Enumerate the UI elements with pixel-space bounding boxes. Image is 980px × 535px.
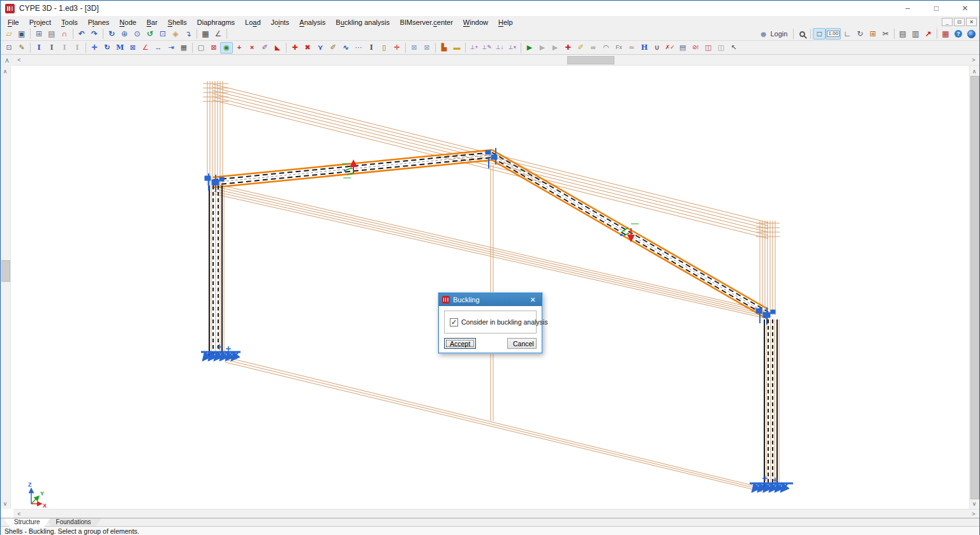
- menu-window[interactable]: Window: [458, 18, 493, 27]
- orbit-button[interactable]: ↻: [105, 28, 118, 40]
- node-new-button[interactable]: +: [233, 42, 246, 54]
- grid-settings-button[interactable]: ⊞: [866, 28, 879, 40]
- help-button[interactable]: ?: [952, 28, 965, 40]
- node-snap-button[interactable]: ✛: [390, 42, 403, 54]
- print-preview-button[interactable]: ▥: [909, 28, 922, 40]
- menu-buckling-analysis[interactable]: Buckling analysis: [330, 18, 394, 27]
- mdi-restore-icon[interactable]: ⊡: [954, 18, 965, 26]
- left-support[interactable]: [201, 344, 241, 360]
- left-scrollbar-thumb[interactable]: [1, 260, 10, 282]
- grid-button[interactable]: ▦: [177, 42, 190, 54]
- vertical-rotate-scrollbar-left[interactable]: ∧ ∨: [1, 66, 11, 509]
- minimize-icon[interactable]: –: [893, 1, 922, 17]
- catenary-button[interactable]: ∪: [651, 42, 664, 54]
- login-button[interactable]: ☻ Login: [755, 29, 792, 39]
- accept-button[interactable]: Accept: [444, 338, 476, 349]
- horizontal-rotate-scrollbar-top[interactable]: < >: [13, 55, 979, 66]
- menu-analysis[interactable]: Analysis: [294, 18, 330, 27]
- frame-gray-button[interactable]: ◫: [715, 42, 727, 54]
- support-delete-button[interactable]: ⊥×: [506, 42, 519, 54]
- vertical-scrollbar-right[interactable]: ∧ ∨: [969, 66, 979, 509]
- right-support[interactable]: [750, 476, 793, 492]
- dialog-close-icon[interactable]: ✕: [527, 296, 538, 304]
- zoom-extents-button[interactable]: ⊕: [118, 28, 131, 40]
- open-button[interactable]: ▱: [3, 28, 15, 40]
- scroll-up-icon[interactable]: ∧: [1, 67, 10, 76]
- arc-guide-button[interactable]: ◠: [600, 42, 612, 54]
- node-delete-button[interactable]: ×: [246, 42, 258, 54]
- bar-edit-button[interactable]: ✐: [327, 42, 339, 54]
- right-scrollbar-thumb[interactable]: [970, 76, 979, 499]
- machinery-button[interactable]: ▙: [438, 42, 450, 54]
- shell-frame-2-button[interactable]: ⊠: [420, 42, 433, 54]
- tie-disabled-2-button[interactable]: ▶: [549, 42, 561, 54]
- menu-planes[interactable]: Planes: [83, 18, 115, 27]
- report-list-button[interactable]: ▤: [676, 42, 689, 54]
- measure-button[interactable]: 1.00: [826, 28, 841, 40]
- column-edit-button[interactable]: ▯: [378, 42, 390, 54]
- consider-buckling-checkbox[interactable]: ✓: [450, 318, 458, 326]
- viewport-axis-button[interactable]: ⋏: [1, 55, 13, 66]
- dimension-edit-button[interactable]: ⇥: [165, 42, 177, 54]
- resources-button[interactable]: ▦: [939, 28, 952, 40]
- dialog-title-bar[interactable]: Buckling ✕: [439, 293, 542, 306]
- view-panes-button[interactable]: ⊡: [3, 42, 15, 54]
- left-rafter-bar[interactable]: [213, 150, 492, 187]
- bar-describe-button[interactable]: I: [33, 42, 45, 54]
- scroll-left-icon[interactable]: <: [15, 55, 24, 64]
- toggle-verification-button[interactable]: ✗✓: [664, 42, 676, 54]
- chain-link-button[interactable]: ∞: [587, 42, 600, 54]
- menu-node[interactable]: Node: [114, 18, 141, 27]
- consider-buckling-option[interactable]: ✓ Consider in buckling analysis: [450, 318, 547, 326]
- roller-button[interactable]: ▬: [450, 42, 463, 54]
- select-region-button[interactable]: ▢: [195, 42, 207, 54]
- menu-diaphragms[interactable]: Diaphragms: [192, 18, 240, 27]
- background-button[interactable]: ▦: [199, 28, 212, 40]
- rotate-copy-button[interactable]: ↻: [101, 42, 114, 54]
- load-fx-button[interactable]: Fx: [612, 42, 625, 54]
- mdi-minimize-icon[interactable]: _: [942, 18, 953, 26]
- bar-material-button[interactable]: I: [45, 42, 58, 54]
- scroll-down-icon[interactable]: ∨: [1, 499, 10, 508]
- coordinate-axes-button[interactable]: ∠: [212, 28, 225, 40]
- partition-button[interactable]: H: [638, 42, 651, 54]
- deselect-button[interactable]: ⊠: [207, 42, 220, 54]
- reports-button[interactable]: ▤: [45, 28, 58, 40]
- structure-canvas[interactable]: Z Y X: [1, 55, 979, 518]
- menu-help[interactable]: Help: [493, 18, 518, 27]
- scroll-up-icon[interactable]: ∧: [970, 67, 979, 76]
- menu-project[interactable]: Project: [24, 18, 56, 27]
- mirror-button[interactable]: M: [114, 42, 126, 54]
- plate-new-button[interactable]: ✚: [561, 42, 574, 54]
- rotate-view-button[interactable]: ↻: [854, 28, 866, 40]
- frame-red-button[interactable]: ◫: [702, 42, 715, 54]
- tab-structure[interactable]: Structure: [4, 518, 50, 527]
- move-button[interactable]: ✛: [88, 42, 101, 54]
- horizontal-scrollbar-bottom[interactable]: < >: [13, 509, 979, 518]
- support-edit-button[interactable]: ◣: [271, 42, 284, 54]
- save-button[interactable]: ▣: [15, 28, 28, 40]
- support-new-button[interactable]: ⊥+: [468, 42, 480, 54]
- node-edit-button[interactable]: ✐: [258, 42, 271, 54]
- bar-intermediate-button[interactable]: ⋯: [352, 42, 365, 54]
- top-scrollbar-thumb[interactable]: [567, 56, 614, 64]
- undo-button[interactable]: ↶: [75, 28, 88, 40]
- protractor-button[interactable]: ∟: [841, 28, 854, 40]
- sketch-edit-button[interactable]: ✐: [574, 42, 587, 54]
- tie-new-button[interactable]: ▶: [523, 42, 536, 54]
- general-options-button[interactable]: ✎: [15, 42, 28, 54]
- bar-divide-button[interactable]: ⋎: [314, 42, 327, 54]
- menu-tools[interactable]: Tools: [56, 18, 83, 27]
- redo-button[interactable]: ↷: [88, 28, 101, 40]
- left-column-bar[interactable]: [209, 186, 224, 357]
- redraw-button[interactable]: ↺: [144, 28, 156, 40]
- dimension-button[interactable]: ↔: [152, 42, 165, 54]
- stretch-button[interactable]: ⊠: [126, 42, 139, 54]
- object-snap-button[interactable]: ∩: [58, 28, 71, 40]
- menu-bar[interactable]: Bar: [142, 18, 163, 27]
- viewport-3d[interactable]: Z Y X ⋏ < > ∧ ∨ ∧ ∨ < >: [1, 55, 979, 518]
- scroll-left-icon[interactable]: <: [15, 509, 24, 518]
- previous-view-button[interactable]: ↴: [182, 28, 195, 40]
- zoom-window-button[interactable]: ⊡: [156, 28, 169, 40]
- zoom-scale-button[interactable]: ⊙: [131, 28, 144, 40]
